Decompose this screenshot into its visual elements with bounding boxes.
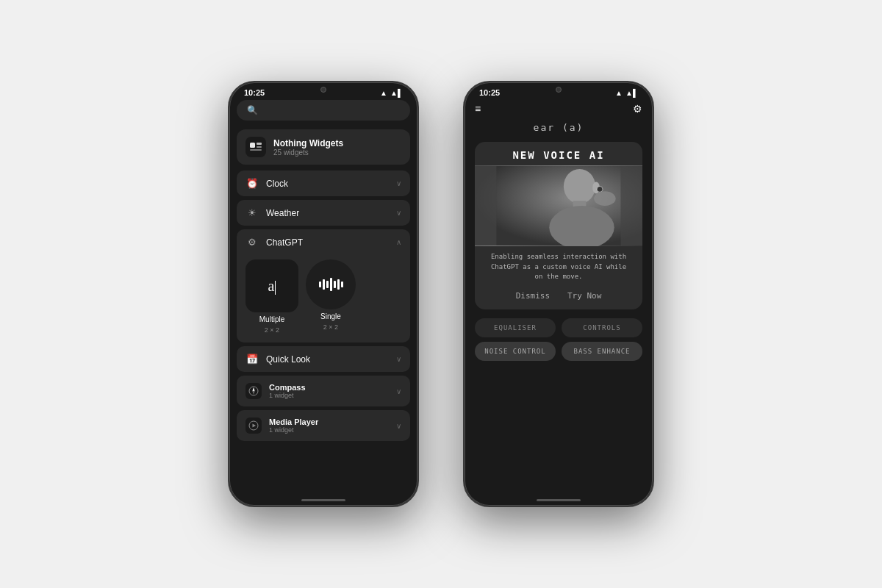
svg-rect-3: [250, 149, 262, 151]
single-widget-size: 2 × 2: [323, 323, 338, 331]
nothing-widgets-item[interactable]: Nothing Widgets 25 widgets: [237, 129, 410, 165]
clock-menu-item[interactable]: ⏰ Clock ∨: [237, 171, 410, 196]
ear-app-title: ear (a): [475, 122, 642, 133]
svg-rect-15: [475, 166, 496, 245]
chatgpt-widget-grid: a| Multiple 2 × 2: [237, 255, 410, 343]
equaliser-button[interactable]: EQUALISER: [475, 318, 556, 337]
controls-grid: EQUALISER CONTROLS NOISE CONTROL BASS EN…: [475, 318, 642, 361]
mediaplayer-chevron-icon: ∨: [396, 422, 401, 430]
svg-rect-0: [250, 143, 255, 148]
chatgpt-header: ⚙ ChatGPT ∧: [237, 229, 410, 255]
hamburger-icon[interactable]: ≡: [475, 103, 481, 115]
voice-ai-modal: NEW VOICE AI: [475, 142, 642, 309]
status-icons-1: ▲ ▲▌: [380, 89, 403, 97]
chatgpt-label: ChatGPT: [266, 237, 389, 248]
multiple-widget-name: Multiple: [259, 315, 284, 323]
clock-icon: ⏰: [245, 178, 259, 189]
mediaplayer-icon: [245, 417, 262, 434]
single-widget-preview: [306, 259, 356, 309]
camera-notch-2: [556, 87, 562, 93]
dismiss-button[interactable]: Dismiss: [516, 291, 550, 301]
status-time-1: 10:25: [244, 88, 265, 97]
status-icons-2: ▲ ▲▌: [615, 89, 638, 97]
try-now-button[interactable]: Try Now: [567, 291, 601, 301]
multiple-widget-card[interactable]: a| Multiple 2 × 2: [245, 259, 298, 334]
home-indicator-2[interactable]: [537, 499, 581, 501]
compass-item[interactable]: Compass 1 widget ∨: [237, 376, 410, 406]
compass-text: Compass 1 widget: [269, 383, 389, 399]
modal-actions: Dismiss Try Now: [475, 288, 642, 309]
ai-cursor-icon: a|: [268, 278, 276, 295]
nothing-widgets-title: Nothing Widgets: [273, 138, 343, 148]
nothing-widgets-sub: 25 widgets: [273, 148, 343, 157]
weather-menu-item[interactable]: ☀ Weather ∨: [237, 200, 410, 226]
phone2-content: ≡ ⚙ ear (a) NEW VOICE AI: [465, 100, 653, 361]
waveform-icon: [319, 278, 343, 291]
widget-list: Nothing Widgets 25 widgets ⏰ Clock ∨ ☀ W…: [237, 129, 410, 443]
quicklook-menu-item[interactable]: 📅 Quick Look ∨: [237, 346, 410, 372]
compass-icon: [245, 383, 262, 399]
search-bar[interactable]: 🔍: [237, 100, 410, 121]
phone-2: 10:25 ▲ ▲▌ ≡ ⚙ ear (a) NEW VOICE AI: [463, 81, 654, 507]
mediaplayer-item[interactable]: Media Player 1 widget ∨: [237, 410, 410, 441]
svg-point-14: [594, 191, 615, 206]
wifi-icon: ▲: [380, 89, 387, 97]
multiple-widget-size: 2 × 2: [265, 326, 279, 334]
svg-point-13: [597, 186, 603, 192]
svg-rect-16: [621, 166, 642, 245]
home-indicator-1[interactable]: [301, 499, 345, 501]
signal-icon-2: ▲▌: [625, 89, 638, 97]
search-icon: 🔍: [247, 105, 258, 115]
camera-notch: [320, 87, 326, 93]
mediaplayer-sub: 1 widget: [269, 426, 389, 434]
compass-sub: 1 widget: [269, 392, 389, 399]
weather-chevron-icon: ∨: [396, 209, 401, 217]
phone-1: 10:25 ▲ ▲▌ 🔍 Noth: [228, 81, 419, 507]
svg-rect-2: [257, 146, 262, 148]
wifi-icon-2: ▲: [615, 89, 623, 97]
settings-gear-icon[interactable]: ⚙: [633, 103, 642, 115]
modal-image: [475, 165, 642, 246]
chatgpt-chevron-icon: ∧: [396, 238, 401, 246]
nothing-widgets-icon: [245, 137, 266, 157]
status-time-2: 10:25: [479, 88, 500, 97]
ear-app-header: ≡ ⚙: [475, 100, 642, 122]
quicklook-chevron-icon: ∨: [396, 355, 401, 363]
single-widget-card[interactable]: Single 2 × 2: [306, 259, 356, 334]
controls-row-2: NOISE CONTROL BASS ENHANCE: [475, 342, 642, 361]
single-widget-name: Single: [320, 312, 341, 320]
nothing-widgets-text: Nothing Widgets 25 widgets: [273, 138, 343, 157]
mediaplayer-text: Media Player 1 widget: [269, 417, 389, 434]
svg-rect-1: [257, 143, 262, 145]
svg-point-9: [564, 169, 595, 204]
person-image-svg: [475, 165, 642, 246]
quicklook-label: Quick Look: [266, 354, 389, 365]
modal-title: NEW VOICE AI: [475, 142, 642, 165]
controls-button[interactable]: CONTROLS: [562, 318, 642, 337]
bass-enhance-button[interactable]: BASS ENHANCE: [562, 342, 642, 361]
signal-icon: ▲▌: [390, 89, 403, 97]
chatgpt-icon: ⚙: [245, 237, 259, 248]
mediaplayer-title: Media Player: [269, 417, 389, 426]
weather-icon: ☀: [245, 207, 259, 218]
compass-chevron-icon: ∨: [396, 387, 401, 395]
weather-label: Weather: [266, 208, 389, 218]
clock-chevron-icon: ∨: [396, 179, 401, 187]
controls-row-1: EQUALISER CONTROLS: [475, 318, 642, 337]
quicklook-icon: 📅: [245, 354, 259, 365]
clock-label: Clock: [266, 179, 389, 189]
noise-control-button[interactable]: NOISE CONTROL: [475, 342, 556, 361]
multiple-widget-preview: a|: [245, 259, 298, 312]
chatgpt-expanded-item[interactable]: ⚙ ChatGPT ∧ a| Multiple 2 × 2: [237, 229, 410, 343]
phone1-content: 🔍 Nothing Widgets 25 widgets: [229, 100, 417, 443]
compass-title: Compass: [269, 383, 389, 392]
modal-description: Enabling seamless interaction with ChatG…: [475, 246, 642, 288]
